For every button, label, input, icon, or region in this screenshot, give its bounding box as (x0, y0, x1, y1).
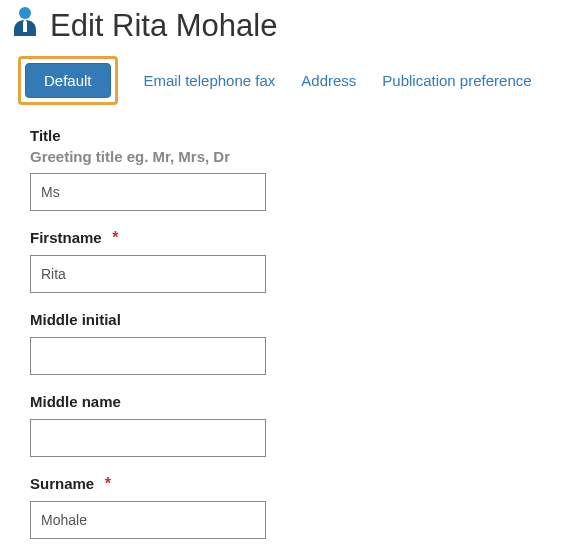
label-middle-name: Middle name (30, 393, 121, 410)
input-firstname[interactable] (30, 255, 266, 293)
tab-email-telephone-fax[interactable]: Email telephone fax (144, 72, 276, 89)
input-middle-name[interactable] (30, 419, 266, 457)
field-firstname: Firstname * (30, 229, 564, 293)
required-marker-firstname: * (112, 229, 118, 246)
input-title[interactable] (30, 173, 266, 211)
label-surname: Surname (30, 475, 94, 492)
tabs-nav: Default Email telephone fax Address Publ… (10, 56, 564, 105)
page-title: Edit Rita Mohale (50, 8, 277, 44)
tab-publication-preference[interactable]: Publication preference (382, 72, 531, 89)
svg-point-0 (19, 7, 31, 19)
label-firstname: Firstname (30, 229, 102, 246)
person-icon (10, 6, 40, 46)
input-middle-initial[interactable] (30, 337, 266, 375)
label-middle-initial: Middle initial (30, 311, 121, 328)
page-header: Edit Rita Mohale (10, 6, 564, 46)
input-surname[interactable] (30, 501, 266, 539)
field-middle-initial: Middle initial (30, 311, 564, 375)
field-surname: Surname * (30, 475, 564, 539)
required-marker-surname: * (105, 475, 111, 492)
field-middle-name: Middle name (30, 393, 564, 457)
svg-rect-1 (23, 22, 27, 32)
label-title: Title (30, 127, 564, 144)
highlight-frame: Default (18, 56, 118, 105)
tab-address[interactable]: Address (301, 72, 356, 89)
tab-default[interactable]: Default (25, 63, 111, 98)
form-default: Title Greeting title eg. Mr, Mrs, Dr Fir… (10, 127, 564, 539)
field-title: Title Greeting title eg. Mr, Mrs, Dr (30, 127, 564, 211)
hint-title: Greeting title eg. Mr, Mrs, Dr (30, 148, 564, 165)
